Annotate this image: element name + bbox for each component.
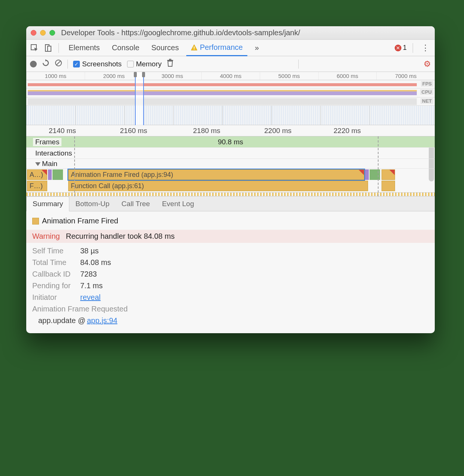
flame-bar-truncated[interactable]: A…) — [27, 169, 47, 180]
close-window-button[interactable] — [31, 30, 36, 36]
separator — [298, 60, 299, 69]
total-time-label: Total Time — [32, 258, 74, 267]
tab-performance[interactable]: Performance — [186, 40, 247, 56]
window-controls — [31, 30, 55, 36]
warning-text: Recurring handler took 84.08 ms — [66, 232, 175, 241]
callback-id-value: 7283 — [80, 270, 97, 278]
initiator-reveal-link[interactable]: reveal — [80, 293, 100, 302]
tab-console[interactable]: Console — [107, 40, 144, 56]
flame-bar[interactable] — [382, 181, 395, 191]
interactions-track[interactable]: Interactions — [26, 148, 435, 159]
window-title: Developer Tools - https://googlechrome.g… — [61, 28, 300, 37]
self-time-value: 38 µs — [80, 247, 99, 255]
frame-duration: 90.8 ms — [218, 138, 243, 146]
stack-frame-source-link[interactable]: app.js:94 — [87, 316, 117, 325]
disclosure-triangle-icon[interactable] — [35, 162, 40, 166]
overview-tick: 4000 ms — [201, 72, 260, 80]
error-indicator[interactable]: ✕ 1 — [395, 44, 407, 52]
tab-call-tree[interactable]: Call Tree — [115, 197, 156, 211]
warning-label: Warning — [32, 232, 60, 241]
devtools-window: Developer Tools - https://googlechrome.g… — [26, 26, 435, 333]
details-tabs: Summary Bottom-Up Call Tree Event Log — [26, 196, 435, 211]
screenshots-checkbox[interactable]: ✓Screenshots — [73, 60, 122, 68]
summary-header: Animation Frame Fired — [32, 217, 429, 225]
pending-for-value: 7.1 ms — [80, 281, 103, 290]
svg-rect-4 — [194, 49, 195, 49]
clear-button[interactable] — [55, 59, 62, 69]
svg-rect-2 — [48, 46, 51, 51]
detail-tick: 2200 ms — [264, 127, 292, 135]
minimize-window-button[interactable] — [40, 30, 46, 36]
tab-elements[interactable]: Elements — [64, 40, 104, 56]
summary-title: Animation Frame Fired — [42, 217, 118, 225]
detail-tick: 2160 ms — [120, 127, 147, 135]
panel-tabs: Elements Console Sources Performance » ✕… — [26, 40, 435, 56]
overview-tick: 3000 ms — [143, 72, 201, 80]
flame-bar[interactable] — [382, 169, 395, 180]
error-icon: ✕ — [395, 45, 401, 51]
flame-chart-area[interactable]: Frames 90.8 ms Interactions Main A…) Ani… — [26, 136, 435, 196]
overview-cpu-row: CPU — [26, 88, 435, 97]
separator — [67, 60, 68, 69]
event-color-swatch — [32, 218, 39, 225]
detail-ruler: 2140 ms 2160 ms 2180 ms 2200 ms 2220 ms — [26, 125, 435, 136]
flame-strip — [26, 193, 435, 196]
long-task-indicator-icon — [42, 170, 47, 175]
tabs-overflow[interactable]: » — [250, 40, 263, 56]
separator — [413, 43, 413, 53]
overview-filmstrip — [26, 106, 435, 125]
device-toolbar-icon[interactable] — [43, 43, 53, 53]
record-button[interactable] — [30, 61, 37, 67]
separator — [58, 43, 59, 53]
flame-bar-function-call[interactable]: Function Call (app.js:61) — [68, 181, 368, 191]
memory-checkbox[interactable]: Memory — [127, 60, 162, 68]
overview-fps-row: FPS — [26, 80, 435, 88]
performance-toolbar: ✓Screenshots Memory ⚙ — [26, 56, 435, 72]
flame-bar-layout[interactable] — [365, 169, 369, 180]
self-time-label: Self Time — [32, 247, 74, 255]
tab-sources[interactable]: Sources — [147, 40, 183, 56]
timeline-overview[interactable]: 1000 ms 2000 ms 3000 ms 4000 ms 5000 ms … — [26, 72, 435, 125]
flame-bar-truncated[interactable]: F…) — [27, 181, 47, 191]
long-task-indicator-icon — [389, 170, 395, 175]
flame-bar-paint[interactable] — [52, 169, 63, 180]
stack-frame-function: app.update @ — [38, 316, 85, 325]
initiator-event-name: Animation Frame Requested — [32, 305, 429, 313]
reload-button[interactable] — [42, 59, 49, 69]
initiator-label: Initiator — [32, 293, 74, 302]
inspect-element-icon[interactable] — [29, 43, 40, 53]
long-task-indicator-icon — [359, 170, 364, 175]
summary-panel: Animation Frame Fired Warning Recurring … — [26, 211, 435, 333]
frames-track[interactable]: Frames 90.8 ms — [26, 136, 435, 148]
svg-rect-3 — [194, 46, 195, 48]
settings-menu-icon[interactable]: ⋮ — [419, 43, 432, 53]
main-flame-chart[interactable]: A…) Animation Frame Fired (app.js:94) F…… — [26, 169, 435, 193]
tab-bottom-up[interactable]: Bottom-Up — [69, 197, 115, 211]
detail-tick: 2140 ms — [49, 127, 76, 135]
total-time-value: 84.08 ms — [80, 258, 111, 267]
stack-trace-row: app.update @ app.js:94 — [38, 316, 429, 325]
overview-tick: 1000 ms — [26, 72, 85, 80]
overview-ruler: 1000 ms 2000 ms 3000 ms 4000 ms 5000 ms … — [26, 72, 435, 80]
main-track-header[interactable]: Main — [26, 159, 435, 169]
flame-bar-animation-frame[interactable]: Animation Frame Fired (app.js:94) — [68, 169, 364, 180]
tab-summary[interactable]: Summary — [26, 196, 69, 211]
track-label-main: Main — [42, 160, 57, 168]
detail-tick: 2180 ms — [193, 127, 220, 135]
track-label-frames: Frames — [33, 138, 61, 146]
frame-boundary — [74, 136, 75, 196]
zoom-window-button[interactable] — [49, 30, 55, 36]
callback-id-label: Callback ID — [32, 270, 74, 278]
capture-settings-icon[interactable]: ⚙ — [424, 59, 431, 69]
overview-tick: 2000 ms — [85, 72, 143, 80]
garbage-collect-icon[interactable] — [167, 59, 174, 69]
window-titlebar: Developer Tools - https://googlechrome.g… — [26, 26, 435, 40]
overview-tick: 6000 ms — [318, 72, 377, 80]
svg-line-6 — [56, 61, 61, 65]
flame-bar-layout[interactable] — [48, 169, 52, 180]
warning-icon — [191, 44, 198, 51]
detail-tick: 2220 ms — [334, 127, 361, 135]
tab-event-log[interactable]: Event Log — [156, 197, 200, 211]
frame-boundary — [378, 136, 379, 196]
overview-net-row: NET — [26, 97, 435, 106]
